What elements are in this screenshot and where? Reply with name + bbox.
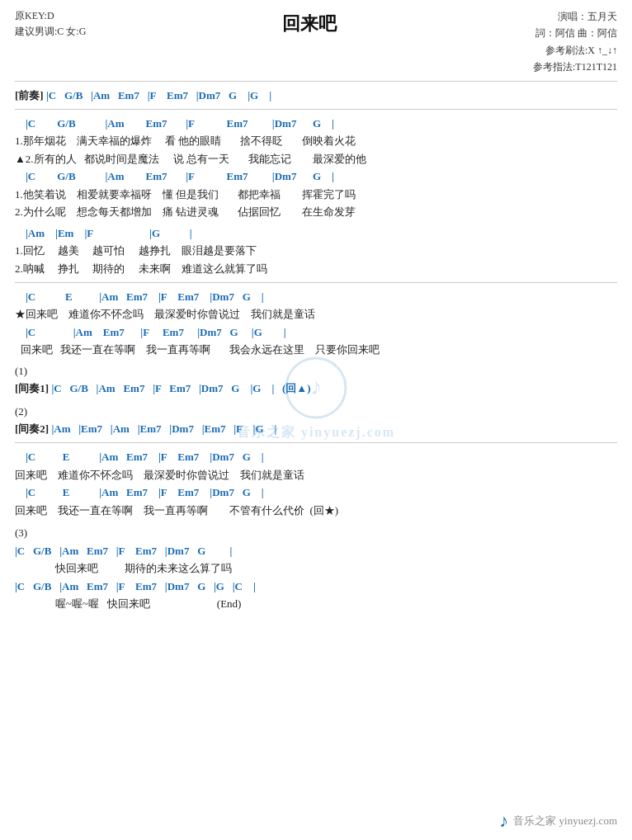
divider-2 bbox=[15, 282, 617, 283]
divider-top bbox=[15, 81, 617, 82]
footer-site: 音乐之家 yinyuezj.com bbox=[513, 814, 617, 828]
header: 原KEY:D 建议男调:C 女:G 回来吧 演唱：五月天 詞：阿信 曲：阿信 参… bbox=[15, 8, 617, 76]
pre-chorus-block: |Am |Em |F |G | 1.回忆 越美 越可怕 越挣扎 眼泪越是要落下 … bbox=[15, 224, 617, 277]
footer-logo: ♪ bbox=[499, 810, 508, 832]
divider-1 bbox=[15, 109, 617, 110]
suggest-label: 建议男调:C 女:G bbox=[15, 24, 86, 40]
header-left: 原KEY:D 建议男调:C 女:G bbox=[15, 8, 86, 40]
lyricist-label: 詞：阿信 曲：阿信 bbox=[533, 25, 617, 41]
page: 原KEY:D 建议男调:C 女:G 回来吧 演唱：五月天 詞：阿信 曲：阿信 参… bbox=[0, 0, 632, 840]
singer-label: 演唱：五月天 bbox=[533, 8, 617, 25]
mark-2: (2) [间奏2] |Am |Em7 |Am |Em7 |Dm7 |Em7 |F… bbox=[15, 403, 617, 438]
song-title: 回来吧 bbox=[86, 8, 533, 36]
key-label: 原KEY:D bbox=[15, 8, 86, 24]
chorus1-block: |C E |Am Em7 |F Em7 |Dm7 G | ★回来吧 难道你不怀念… bbox=[15, 288, 617, 359]
footer: ♪ 音乐之家 yinyuezj.com bbox=[499, 810, 617, 832]
strum-label: 参考刷法:X ↑_↓↑ bbox=[533, 42, 617, 59]
finger-label: 参考指法:T121T121 bbox=[533, 59, 617, 75]
mark-3: (3) |C G/B |Am Em7 |F Em7 |Dm7 G | 快回来吧 … bbox=[15, 524, 617, 612]
header-right: 演唱：五月天 詞：阿信 曲：阿信 参考刷法:X ↑_↓↑ 参考指法:T121T1… bbox=[533, 8, 617, 76]
divider-3 bbox=[15, 442, 617, 443]
verse1-block1: |C G/B |Am Em7 |F Em7 |Dm7 G | 1.那年烟花 满天… bbox=[15, 115, 617, 221]
chorus2-block: |C E |Am Em7 |F Em7 |Dm7 G | 回来吧 难道你不怀念吗… bbox=[15, 448, 617, 519]
mark-1: (1) [间奏1] |C G/B |Am Em7 |F Em7 |Dm7 G |… bbox=[15, 362, 617, 398]
prelude-section: [前奏] |C G/B |Am Em7 |F Em7 |Dm7 G |G | bbox=[15, 87, 617, 104]
